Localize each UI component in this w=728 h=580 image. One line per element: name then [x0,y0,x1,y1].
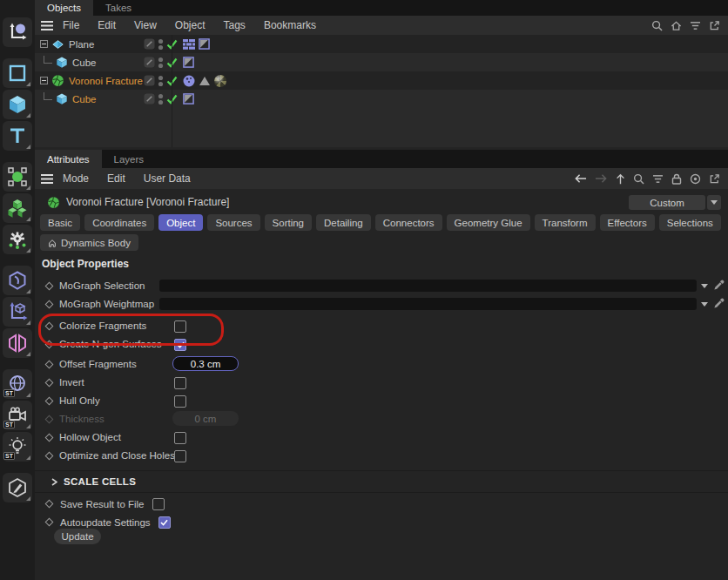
tree-row-cube[interactable]: Cube [35,90,728,108]
open-window-icon[interactable] [709,20,720,31]
eyedropper-icon[interactable] [713,280,725,291]
pencil-toggle-icon[interactable] [144,57,155,68]
target-icon[interactable] [690,173,701,185]
dots-icon[interactable] [158,93,164,105]
update-button[interactable]: Update [54,529,101,544]
eyedropper-icon[interactable] [713,298,725,309]
attr-tab-sorting[interactable]: Sorting [265,214,312,231]
attr-tab-connectors[interactable]: Connectors [375,214,442,231]
attr-tab-geometry-glue[interactable]: Geometry Glue [447,214,530,231]
cloner-tool[interactable] [3,162,32,192]
attribute-manager-menu-edit[interactable]: Edit [107,172,125,185]
diamond-bullet-icon [45,500,54,509]
property-label: Hull Only [59,395,100,406]
autoupdate-settings-checkbox[interactable] [158,516,171,529]
light-tool[interactable]: ST [3,432,32,462]
array-tool[interactable] [3,193,32,223]
camera-tool[interactable]: ST [3,401,32,430]
attribute-manager-menu-mode[interactable]: Mode [63,172,89,185]
dropdown-caret-icon[interactable] [701,284,708,288]
attr-tab-sources[interactable]: Sources [207,214,260,231]
save-result-to-file-checkbox[interactable] [152,498,165,510]
pencil-toggle-icon[interactable] [144,38,155,50]
invert-checkbox[interactable] [174,377,186,389]
collapse-toggle-icon[interactable] [40,40,48,48]
mograph-selection-input[interactable] [159,280,697,292]
colorize-fragments-checkbox[interactable] [174,320,186,333]
tree-row-voronoi-fracture[interactable]: Voronoi Fracture [35,71,728,90]
hamburger-menu-icon[interactable] [41,21,53,30]
attr-tab-dynamics-body[interactable]: Dynamics Body [40,234,138,251]
object-manager-menu-view[interactable]: View [134,19,157,31]
filter-icon[interactable] [690,21,701,30]
object-manager-tab-objects[interactable]: Objects [35,0,93,16]
collision-tag-icon[interactable] [183,39,195,50]
dots-icon[interactable] [158,75,164,87]
preset-dropdown[interactable]: Custom [629,195,705,210]
dropdown-caret-icon[interactable] [701,302,708,307]
phong-tag-icon[interactable] [183,57,194,68]
symmetry-tool[interactable] [3,328,32,358]
pencil-toggle-icon[interactable] [144,75,155,86]
object-manager-menu-file[interactable]: File [63,19,79,31]
attribute-manager-tab-attributes[interactable]: Attributes [35,150,102,168]
dots-icon[interactable] [158,38,164,51]
object-manager-menu-tags[interactable]: Tags [224,19,246,31]
open-window-icon[interactable] [709,173,720,185]
attr-tab-selections[interactable]: Selections [659,214,721,231]
phong-tag-icon[interactable] [199,38,210,50]
dots-icon[interactable] [158,57,164,69]
selection-tag-icon[interactable] [199,76,211,86]
hamburger-menu-icon[interactable] [41,174,53,184]
hollow-object-checkbox[interactable] [174,432,186,444]
forward-icon[interactable] [595,173,608,184]
object-manager-menu-object[interactable]: Object [175,19,206,31]
attr-tab-basic[interactable]: Basic [40,214,80,231]
axis-tool[interactable] [3,297,32,327]
tweak-tool[interactable] [3,17,32,47]
rectangle-spline-tool[interactable] [3,58,32,88]
attr-tab-coordinates[interactable]: Coordinates [84,214,154,231]
effector-tool[interactable] [3,225,32,254]
optimize-and-close-holes-checkbox[interactable] [174,450,186,462]
thickness-input[interactable] [172,411,239,426]
object-manager-menu-edit[interactable]: Edit [98,19,116,31]
offset-fragments-input[interactable] [172,356,239,371]
object-manager-menu-bookmarks[interactable]: Bookmarks [264,19,316,31]
filter-icon[interactable] [652,174,664,184]
hull-only-checkbox[interactable] [174,395,186,408]
cube-primitive-tool[interactable] [3,90,32,119]
sky-tool[interactable]: ST [3,369,32,399]
back-icon[interactable] [574,173,587,184]
tree-row-cube[interactable]: Cube [35,53,728,71]
attribute-manager-menu-user-data[interactable]: User Data [144,172,191,185]
tree-row-plane[interactable]: Plane [35,35,728,53]
pencil-toggle-icon[interactable] [144,93,155,105]
preset-dropdown-arrow-icon[interactable] [707,195,721,210]
tree-branch-line [44,56,52,64]
property-label: Optimize and Close Holes [59,450,175,461]
phong-tag-icon[interactable] [183,93,194,105]
text-spline-tool[interactable] [3,121,32,151]
dynamics-body-tag-icon[interactable] [183,75,195,87]
create-n-gon-surfaces-checkbox[interactable] [174,339,186,351]
texture-tag-icon[interactable] [214,75,226,87]
attr-tab-transform[interactable]: Transform [535,214,596,231]
up-icon[interactable] [616,173,625,185]
home-icon[interactable] [671,20,682,31]
attr-tab-object[interactable]: Object [158,214,203,231]
attr-tab-effectors[interactable]: Effectors [600,214,655,231]
collapse-toggle-icon[interactable] [40,77,48,84]
voronoi-object-icon [51,74,64,87]
metaball-tool[interactable] [3,266,32,295]
mograph-weightmap-input[interactable] [159,298,697,310]
search-icon[interactable] [633,173,644,185]
attribute-manager-tab-layers[interactable]: Layers [102,150,157,168]
property-row-invert: Invert [35,374,728,392]
lock-icon[interactable] [671,173,682,185]
object-manager-tab-takes[interactable]: Takes [93,0,144,16]
scale-cells-section-header[interactable]: SCALE CELLS [35,474,728,491]
edit-poly-tool[interactable] [3,473,32,502]
search-icon[interactable] [651,20,663,31]
attr-tab-detailing[interactable]: Detailing [316,214,371,231]
